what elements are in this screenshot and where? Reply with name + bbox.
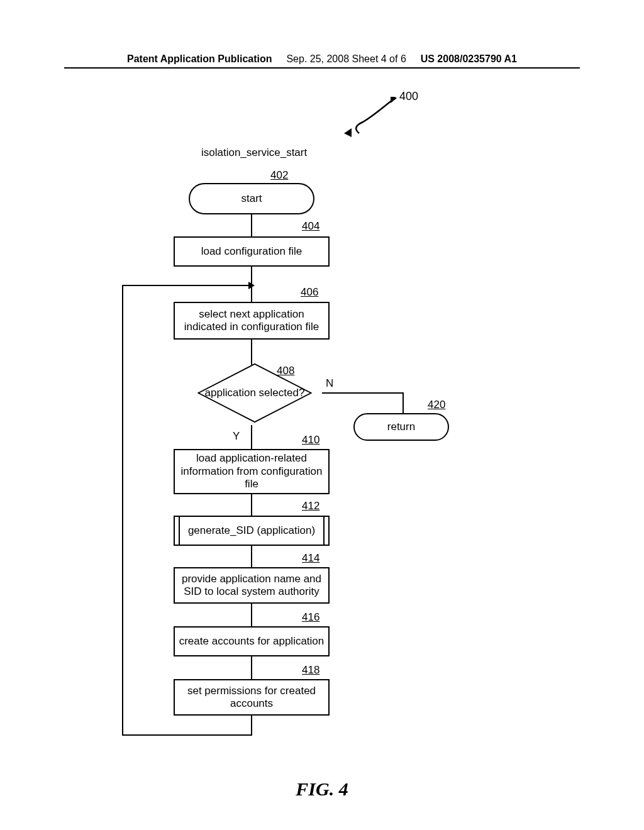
reference-410: 410 (302, 434, 319, 446)
reference-416: 416 (302, 611, 319, 624)
reference-418: 418 (302, 664, 319, 677)
leader-arrow-icon (343, 97, 399, 140)
connector-line (251, 546, 252, 567)
reference-400: 400 (399, 90, 418, 103)
reference-406: 406 (301, 286, 318, 299)
connector-line (251, 656, 252, 679)
decision-yes-label: Y (233, 430, 240, 443)
connector-line (122, 285, 252, 286)
connector-line (122, 285, 123, 736)
reference-402: 402 (270, 169, 288, 182)
decision-no-label: N (326, 377, 333, 390)
flowchart-diagram: 400 isolation_service_start 402 start 40… (0, 0, 644, 830)
connector-line (251, 214, 252, 236)
figure-caption: FIG. 4 (0, 778, 644, 800)
svg-marker-1 (391, 97, 397, 103)
reference-420: 420 (428, 399, 445, 411)
connector-line (251, 494, 252, 516)
subroutine-title: isolation_service_start (201, 147, 307, 159)
svg-marker-0 (344, 128, 352, 137)
connector-line (251, 604, 252, 626)
start-terminal: start (189, 183, 314, 214)
process-provide-sid: provide application name and SID to loca… (174, 567, 330, 604)
subroutine-generate-sid: generate_SID (application) (174, 516, 330, 546)
process-select-next: select next application indicated in con… (174, 302, 330, 340)
connector-line (122, 734, 252, 736)
process-load-info: load application-related information fro… (174, 449, 330, 494)
return-terminal: return (353, 413, 449, 441)
process-set-permissions: set permissions for created accounts (174, 679, 330, 716)
reference-404: 404 (302, 220, 319, 233)
process-create-accounts: create accounts for application (174, 626, 330, 656)
process-load-config: load configuration file (174, 236, 330, 267)
reference-414: 414 (302, 552, 319, 565)
connector-line (251, 425, 252, 449)
connector-line (402, 392, 404, 413)
connector-line (322, 392, 404, 394)
decision-text: application selected? (205, 387, 305, 399)
decision-application-selected: application selected? (195, 358, 314, 428)
reference-412: 412 (302, 500, 319, 512)
connector-line (251, 716, 252, 736)
